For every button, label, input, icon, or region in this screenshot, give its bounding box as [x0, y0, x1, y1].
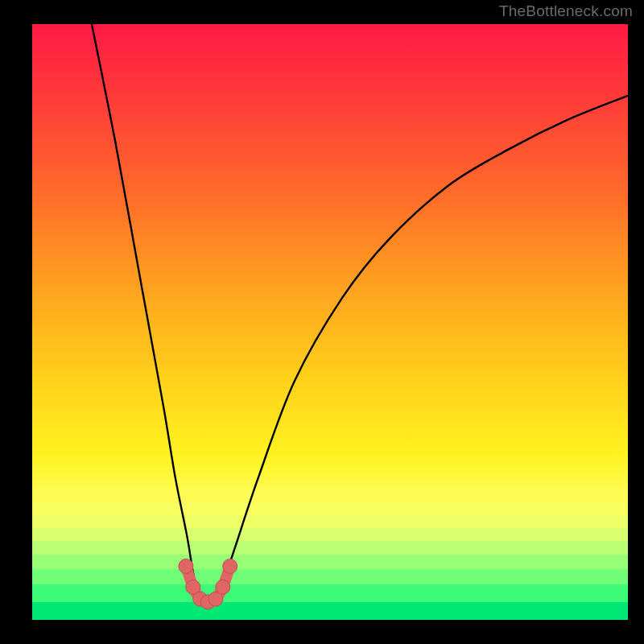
valley-marker [216, 580, 230, 594]
valley-marker-group [179, 559, 237, 609]
valley-marker [179, 559, 193, 573]
watermark-text: TheBottleneck.com [499, 2, 633, 20]
bottleneck-curve [92, 24, 628, 603]
chart-frame: TheBottleneck.com [0, 0, 644, 644]
plot-area [32, 24, 628, 620]
valley-marker [223, 559, 237, 573]
curve-svg [32, 24, 628, 620]
